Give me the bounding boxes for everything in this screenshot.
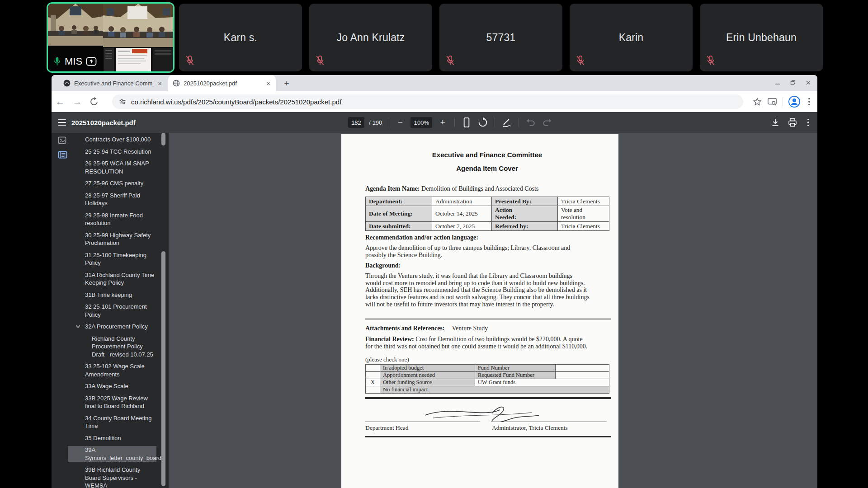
open-in-window-icon[interactable] [86, 57, 97, 66]
tab-executive-finance[interactable]: Executive and Finance Commit × [59, 75, 167, 91]
tab-pdf-packet[interactable]: 20251020packet.pdf × [168, 75, 276, 91]
info-value: Administration [432, 197, 492, 206]
pdf-more-options-kebab-icon[interactable] [805, 119, 812, 127]
bookmark-item[interactable]: 32A Procurement Policy [68, 323, 156, 331]
participant-tile[interactable]: Karin [570, 4, 693, 71]
bookmark-item[interactable]: 35 Demolition [68, 434, 156, 442]
bookmark-item[interactable]: 31B Time keeping [68, 291, 156, 299]
check-table-row: XOther funding SourceUW Grant funds [366, 379, 609, 386]
undo-icon[interactable] [525, 117, 537, 128]
back-icon[interactable]: ← [52, 96, 69, 107]
bookmark-label: 34 County Board Meeting Time [85, 415, 151, 430]
active-speaker-video-tile[interactable]: MIS [47, 2, 175, 73]
info-label: Department: [366, 197, 432, 206]
bookmark-item[interactable]: 32 25-101 Procurement Policy [68, 303, 156, 319]
bookmark-item-selected[interactable]: 39A Symons_letter_county_board [68, 446, 156, 462]
participant-tile[interactable]: Erin Unbehaun [700, 4, 823, 71]
new-tab-button[interactable]: + [281, 78, 292, 89]
agenda-info-table: Department:AdministrationPresented By:Tr… [365, 197, 609, 231]
signature-zone: Department Head Administrator, Tricia Cl… [365, 399, 609, 442]
bookmark-item[interactable]: 33B 2025 Wage Review final to Board Rich… [68, 394, 156, 410]
screen: MIS Karn s.Jo Ann Krulatz57731KarinErin … [0, 0, 868, 488]
browser-menu-kebab-icon[interactable] [806, 98, 813, 106]
window-close-icon[interactable] [806, 80, 811, 85]
bookmark-item[interactable]: 30 25-99 Highway Safety Proclamation [68, 231, 156, 247]
print-icon[interactable] [788, 117, 797, 127]
bookmark-item[interactable]: 34 County Board Meeting Time [68, 414, 156, 430]
recommendation-text: Approve the demolition of up to three ca… [365, 244, 590, 258]
rotate-icon[interactable] [477, 117, 489, 128]
pdf-menu-icon[interactable] [58, 119, 66, 126]
annotate-pen-icon[interactable] [501, 117, 513, 128]
participant-name: Jo Ann Krulatz [336, 32, 405, 44]
url-text[interactable]: co.richland.wi.us/pdfs/2025/countyBoard/… [131, 98, 341, 106]
zoom-in-icon[interactable]: + [437, 117, 448, 128]
bookmark-label: 28 25-97 Sheriff Paid Holidays [85, 192, 140, 207]
fit-to-page-icon[interactable] [461, 117, 472, 128]
info-table-row: Department:AdministrationPresented By:Tr… [366, 197, 609, 206]
bookmark-item[interactable]: 27 25-96 CMS penalty [68, 179, 156, 188]
attachments-line: Attachments and References:Venture Study [365, 325, 609, 332]
page-separator: / [369, 119, 371, 126]
info-value: Vote and resolution [558, 206, 609, 222]
participant-name: Karin [619, 32, 644, 44]
check-table-row: No financial impact [366, 386, 609, 394]
info-value: Tricia Clements [558, 197, 609, 206]
address-bar[interactable]: co.richland.wi.us/pdfs/2025/countyBoard/… [112, 94, 743, 109]
bookmark-item[interactable]: 25 25-94 TCC Resolution [68, 148, 156, 156]
pdf-content-area: Contracts Over $100,00025 25-94 TCC Reso… [52, 133, 817, 488]
bookmark-item[interactable]: 39B Richland County Board Supervisors - … [68, 466, 156, 488]
redo-icon[interactable] [541, 117, 553, 128]
bookmark-label: 26 25-95 WCA IM SNAP RESOLUTION [85, 160, 149, 175]
agenda-item-line: Agenda Item Name: Demolition of Building… [365, 185, 609, 192]
sidebar-scrollbar-thumb[interactable] [161, 251, 165, 486]
bookmark-item[interactable]: Richland County Procurement Policy Draft… [68, 335, 156, 359]
forward-icon[interactable]: → [69, 96, 86, 107]
reload-icon[interactable] [90, 97, 99, 106]
tab-close-icon[interactable]: × [157, 80, 163, 87]
bookmark-star-icon[interactable] [753, 97, 762, 106]
bookmark-item[interactable]: 31 25-100 Timekeeping Policy [68, 251, 156, 267]
check-table-row: In adopted budgetFund Number [366, 365, 609, 372]
download-icon[interactable] [770, 117, 780, 127]
check-one-note: (please check one) [365, 356, 609, 363]
financial-review-text: Financial Review: Cost for Demolition of… [365, 336, 590, 350]
participant-tile[interactable]: Karn s. [179, 4, 302, 71]
bookmark-item[interactable]: 28 25-97 Sheriff Paid Holidays [68, 192, 156, 207]
participant-tile[interactable]: Jo Ann Krulatz [309, 4, 432, 71]
check-detail: Requested Fund Number [475, 372, 556, 379]
bookmark-label: 32 25-101 Procurement Policy [85, 303, 147, 318]
mic-muted-icon [185, 55, 195, 66]
thumbnails-panel-icon[interactable] [58, 136, 66, 144]
bookmark-item[interactable]: 33A Wage Scale [68, 382, 156, 390]
bookmark-item[interactable]: 26 25-95 WCA IM SNAP RESOLUTION [68, 160, 156, 175]
tab-title: Executive and Finance Commit [74, 80, 153, 87]
bookmark-label: Contracts Over $100,000 [85, 136, 151, 143]
bookmark-label: 25 25-94 TCC Resolution [85, 148, 151, 155]
info-label: Presented By: [492, 197, 558, 206]
bookmark-item[interactable]: Contracts Over $100,000 [68, 136, 156, 144]
sidebar-scrollbar-segment[interactable] [161, 133, 165, 145]
profile-avatar[interactable] [788, 96, 800, 108]
tab-close-icon[interactable]: × [265, 80, 271, 87]
window-minimize-icon[interactable] [775, 80, 780, 85]
bookmark-label: 30 25-99 Highway Safety Proclamation [85, 232, 151, 247]
search-tabs-icon[interactable] [767, 97, 777, 106]
chevron-down-icon[interactable] [75, 324, 80, 328]
pdf-toolbar: 20251020packet.pdf 182 / 190 − 100% + [52, 112, 817, 133]
info-value: Tricia Clements [558, 222, 609, 231]
participant-tile[interactable]: 57731 [439, 4, 562, 71]
bookmark-item[interactable]: 29 25-98 Inmate Food resolution [68, 211, 156, 227]
site-settings-tune-icon[interactable] [118, 98, 127, 106]
checkbox-cell: X [366, 379, 380, 386]
checkbox-cell [366, 386, 380, 394]
page-number-input[interactable]: 182 [348, 117, 364, 128]
bookmark-item[interactable]: 33 25-102 Wage Scale Amendments [68, 362, 156, 378]
check-label: In adopted budget [380, 365, 475, 372]
outline-panel-icon[interactable] [58, 151, 67, 159]
window-restore-icon[interactable] [790, 80, 796, 85]
zoom-out-icon[interactable]: − [394, 117, 406, 128]
zoom-level[interactable]: 100% [410, 117, 432, 128]
bookmark-item[interactable]: 31A Richland County Time Keeping Policy [68, 271, 156, 287]
bookmark-label: Richland County Procurement Policy Draft… [92, 335, 153, 358]
